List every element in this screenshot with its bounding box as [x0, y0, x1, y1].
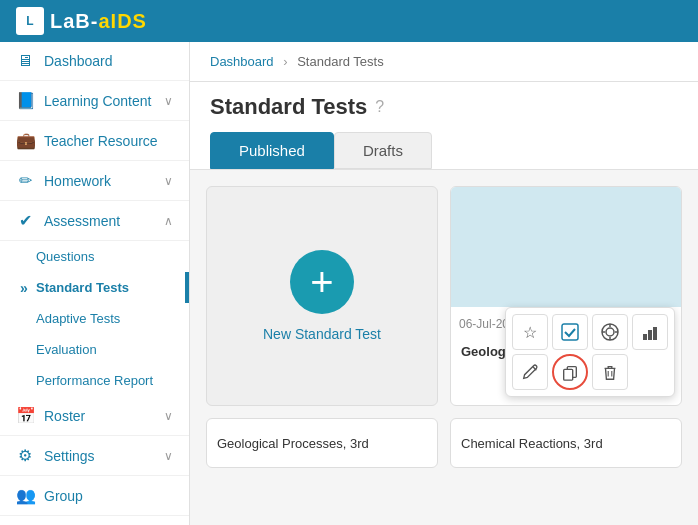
- page-title: Standard Tests: [210, 94, 367, 120]
- sidebar-item-roster-label: Roster: [44, 408, 85, 424]
- tab-published[interactable]: Published: [210, 132, 334, 169]
- action-popup: ☆: [505, 307, 675, 397]
- svg-point-2: [606, 328, 614, 336]
- new-test-plus-button[interactable]: +: [290, 250, 354, 314]
- sidebar-item-questions[interactable]: Questions: [0, 241, 189, 272]
- delete-button[interactable]: [592, 354, 628, 390]
- sidebar-item-evaluation-label: Evaluation: [36, 342, 97, 357]
- svg-rect-12: [564, 369, 573, 380]
- copy-icon: [561, 363, 579, 381]
- sidebar-item-assessment-label: Assessment: [44, 213, 120, 229]
- logo-icon: L: [16, 7, 44, 35]
- breadcrumb-home-link[interactable]: Dashboard: [210, 54, 274, 69]
- group-icon: 👥: [16, 486, 34, 505]
- new-test-card[interactable]: + New Standard Test: [206, 186, 438, 406]
- sidebar-item-learning-content-label: Learning Content: [44, 93, 151, 109]
- card-chemical-reactions-3rd-title: Chemical Reactions, 3rd: [461, 436, 603, 451]
- tabs: Published Drafts: [210, 132, 678, 169]
- chevron-down-icon: ∨: [164, 94, 173, 108]
- page-header: Standard Tests ? Published Drafts: [190, 82, 698, 170]
- chevron-down-icon-hw: ∨: [164, 174, 173, 188]
- top-nav: L LaB-aIDS: [0, 0, 698, 42]
- sidebar-item-teacher-resource[interactable]: 💼 Teacher Resource: [0, 121, 189, 161]
- star-button[interactable]: ☆: [512, 314, 548, 350]
- sidebar-item-homework-label: Homework: [44, 173, 111, 189]
- sidebar-item-teacher-resource-label: Teacher Resource: [44, 133, 158, 149]
- target-button[interactable]: [592, 314, 628, 350]
- sidebar-item-performance-report[interactable]: Performance Report: [0, 365, 189, 396]
- content-area: Dashboard › Standard Tests Standard Test…: [190, 42, 698, 525]
- edit-button[interactable]: [512, 354, 548, 390]
- sidebar-item-dashboard-label: Dashboard: [44, 53, 113, 69]
- sidebar-item-assessment[interactable]: ✔ Assessment ∧: [0, 201, 189, 241]
- sidebar-item-adaptive-tests-label: Adaptive Tests: [36, 311, 120, 326]
- chevron-up-icon: ∧: [164, 214, 173, 228]
- copy-button[interactable]: [552, 354, 588, 390]
- sidebar-item-evaluation[interactable]: Evaluation: [0, 334, 189, 365]
- roster-icon: 📅: [16, 406, 34, 425]
- edit-icon: [521, 363, 539, 381]
- card-chemical-reactions-3rd: Chemical Reactions, 3rd: [450, 418, 682, 468]
- sidebar-item-adaptive-tests[interactable]: Adaptive Tests: [0, 303, 189, 334]
- breadcrumb-current: Standard Tests: [297, 54, 383, 69]
- sidebar-item-performance-report-label: Performance Report: [36, 373, 153, 388]
- help-icon[interactable]: ?: [375, 98, 384, 116]
- chart-button[interactable]: [632, 314, 668, 350]
- test-card-geological: 06-Jul-2018 ≡ Geological Processes Quiz …: [450, 186, 682, 406]
- teacher-resource-icon: 💼: [16, 131, 34, 150]
- svg-rect-8: [648, 330, 652, 340]
- chevron-down-icon-settings: ∨: [164, 449, 173, 463]
- sidebar-item-group[interactable]: 👥 Group: [0, 476, 189, 516]
- page-title-row: Standard Tests ?: [210, 94, 678, 120]
- sidebar-item-settings[interactable]: ⚙ Settings ∨: [0, 436, 189, 476]
- check-button[interactable]: [552, 314, 588, 350]
- sidebar-item-settings-label: Settings: [44, 448, 95, 464]
- breadcrumb-separator: ›: [283, 54, 287, 69]
- delete-icon: [601, 363, 619, 381]
- sidebar-item-roster[interactable]: 📅 Roster ∨: [0, 396, 189, 436]
- main-layout: 🖥 Dashboard 📘 Learning Content ∨ 💼 Teach…: [0, 42, 698, 525]
- learning-content-icon: 📘: [16, 91, 34, 110]
- settings-icon: ⚙: [16, 446, 34, 465]
- sidebar-item-questions-label: Questions: [36, 249, 95, 264]
- card-image: [451, 187, 681, 307]
- svg-rect-9: [653, 327, 657, 340]
- target-icon: [600, 322, 620, 342]
- assessment-icon: ✔: [16, 211, 34, 230]
- sidebar-item-homework[interactable]: ✏ Homework ∨: [0, 161, 189, 201]
- cards-grid: + New Standard Test 06-Jul-2018 ≡ Geolog…: [190, 170, 698, 484]
- logo-text: LaB: [50, 10, 91, 32]
- breadcrumb: Dashboard › Standard Tests: [190, 42, 698, 82]
- svg-rect-0: [562, 324, 578, 340]
- svg-rect-7: [643, 334, 647, 340]
- sidebar-item-learning-content[interactable]: 📘 Learning Content ∨: [0, 81, 189, 121]
- sidebar: 🖥 Dashboard 📘 Learning Content ∨ 💼 Teach…: [0, 42, 190, 525]
- check-icon: [560, 322, 580, 342]
- sidebar-item-dashboard[interactable]: 🖥 Dashboard: [0, 42, 189, 81]
- tab-drafts[interactable]: Drafts: [334, 132, 432, 169]
- card-geological-3rd: Geological Processes, 3rd: [206, 418, 438, 468]
- card-geological-3rd-title: Geological Processes, 3rd: [217, 436, 369, 451]
- chart-icon: [640, 322, 660, 342]
- new-test-label: New Standard Test: [263, 326, 381, 342]
- sidebar-item-standard-tests-label: Standard Tests: [36, 280, 129, 295]
- sidebar-item-group-label: Group: [44, 488, 83, 504]
- chevron-down-icon-roster: ∨: [164, 409, 173, 423]
- logo-aids: aIDS: [98, 10, 146, 32]
- logo: LaB-aIDS: [50, 10, 147, 33]
- homework-icon: ✏: [16, 171, 34, 190]
- active-indicator: [185, 272, 189, 303]
- sidebar-item-standard-tests[interactable]: Standard Tests: [0, 272, 189, 303]
- dashboard-icon: 🖥: [16, 52, 34, 70]
